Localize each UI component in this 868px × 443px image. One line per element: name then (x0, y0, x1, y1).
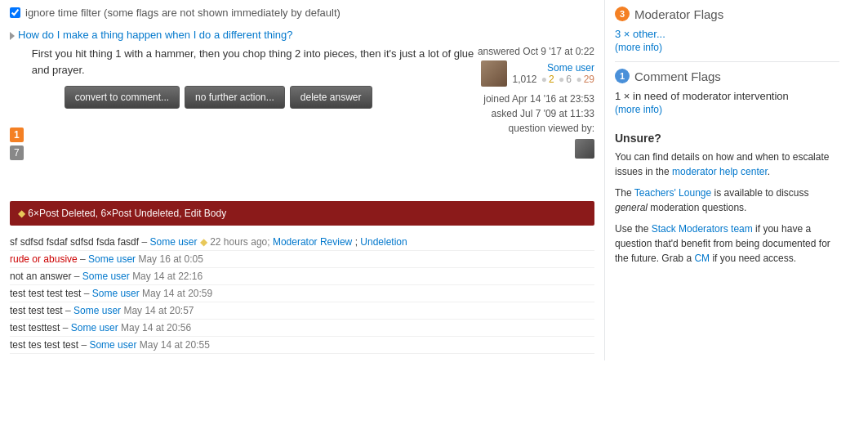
viewed-by-avatar (478, 139, 594, 159)
unsure-p1: You can find details on how and when to … (615, 150, 839, 179)
asked-info: asked Jul 7 '09 at 11:33 (478, 108, 594, 119)
answered-label: answered Oct 9 '17 at 0:22 (478, 46, 594, 57)
cm-link[interactable]: CM (694, 253, 710, 264)
action-buttons: convert to comment... no further action.… (65, 86, 478, 109)
ignore-filter-label: ignore time filter (some flags are not s… (25, 7, 341, 19)
moderator-review-link[interactable]: Moderator Review (273, 236, 352, 248)
viewed-info: question viewed by: (478, 123, 594, 134)
list-item: test testtest – Some user May 14 at 20:5… (10, 320, 594, 337)
comment-flags-more-info: (more info) (615, 104, 839, 115)
arrow-right-icon (10, 32, 15, 40)
list-item: rude or abusive – Some user May 16 at 0:… (10, 251, 594, 268)
unsure-p2: The Teachers' Lounge is available to dis… (615, 186, 839, 215)
teachers-lounge-link[interactable]: Teachers' Lounge (634, 187, 711, 199)
other-link[interactable]: 3 × other... (615, 28, 665, 40)
ignore-filter-checkbox[interactable] (10, 7, 20, 18)
mod-flags-section: 3 Moderator Flags 3 × other... (more inf… (615, 7, 839, 115)
unsure-section: Unsure? You can find details on how and … (615, 132, 839, 266)
ignore-filter-row: ignore time filter (some flags are not s… (10, 7, 594, 19)
flag-text: sf sdfsd fsdaf sdfsd fsda fasdf (10, 236, 139, 248)
joined-info: joined Apr 14 '16 at 23:53 (478, 93, 594, 105)
user-link[interactable]: Some user (92, 288, 140, 299)
convert-button[interactable]: convert to comment... (65, 86, 180, 109)
comment-more-info-link[interactable]: (more info) (615, 104, 662, 115)
avatar (481, 60, 507, 87)
mod-flags-stat: 3 × other... (615, 28, 839, 40)
flag-label: test test test (10, 305, 63, 316)
user-card: Some user 1,012 ●2 ●6 ●29 (478, 60, 594, 87)
comment-flags-title: Comment Flags (634, 69, 721, 83)
vote-up: 1 (10, 128, 24, 142)
mod-flags-badge: 3 (615, 7, 630, 21)
sidebar: 3 Moderator Flags 3 × other... (more inf… (604, 0, 849, 360)
list-item: test test test test – Some user May 14 a… (10, 285, 594, 302)
history-box: ◆ 6×Post Deleted, 6×Post Undeleted, Edit… (10, 201, 594, 226)
question-link[interactable]: How do I make a thing happen when I do a… (10, 29, 594, 41)
viewer-avatar (575, 139, 594, 159)
no-action-button[interactable]: no further action... (185, 86, 285, 109)
vote-indicators: 1 7 (10, 128, 24, 160)
user-link[interactable]: Some user (149, 236, 197, 248)
mod-flags-heading: 3 Moderator Flags (615, 7, 839, 21)
mod-flags-more-info: (more info) (615, 42, 839, 53)
flag-list: sf sdfsd fsdaf sdfsd fsda fasdf – Some u… (10, 234, 594, 354)
user-link[interactable]: Some user (73, 305, 121, 316)
flag-label: test test test test (10, 288, 81, 299)
mod-flags-title: Moderator Flags (634, 7, 723, 21)
flag-label: test testtest (10, 322, 60, 333)
diamond-icon: ◆ (200, 236, 207, 248)
stack-moderators-link[interactable]: Stack Moderators team (652, 223, 753, 235)
list-item: not an answer – Some user May 14 at 22:1… (10, 268, 594, 285)
user-link[interactable]: Some user (89, 339, 136, 351)
unsure-p3: Use the Stack Moderators team if you hav… (615, 222, 839, 266)
user-link[interactable]: Some user (88, 253, 136, 265)
list-item: sf sdfsd fsdaf sdfsd fsda fasdf – Some u… (10, 234, 594, 251)
flag-label: not an answer (10, 271, 71, 282)
list-item: test test test – Some user May 14 at 20:… (10, 302, 594, 320)
unsure-heading: Unsure? (615, 132, 839, 145)
vote-down: 7 (10, 145, 24, 160)
answer-meta: answered Oct 9 '17 at 0:22 Some user 1,0… (478, 46, 594, 159)
list-item: test tes test test – Some user May 14 at… (10, 337, 594, 354)
comment-flags-heading: 1 Comment Flags (615, 69, 839, 83)
flag-label: rude or abusive (10, 253, 78, 265)
more-info-link[interactable]: (more info) (615, 42, 662, 53)
answer-body: First you hit thing 1 with a hammer, the… (32, 46, 478, 78)
flag-label: test tes test test (10, 339, 78, 351)
user-link[interactable]: Some user (71, 322, 118, 333)
mod-help-center-link[interactable]: moderator help center (672, 166, 768, 177)
user-link[interactable]: Some user (547, 62, 594, 74)
user-link[interactable]: Some user (82, 271, 130, 282)
delete-button[interactable]: delete answer (290, 86, 372, 109)
comment-flags-badge: 1 (615, 69, 630, 83)
comment-flags-stat: 1 × in need of moderator intervention (615, 90, 839, 102)
undeletion-link[interactable]: Undeletion (360, 236, 407, 248)
separator (615, 61, 839, 62)
user-rep: 1,012 ●2 ●6 ●29 (512, 74, 594, 85)
diamond-icon: ◆ (18, 208, 25, 219)
